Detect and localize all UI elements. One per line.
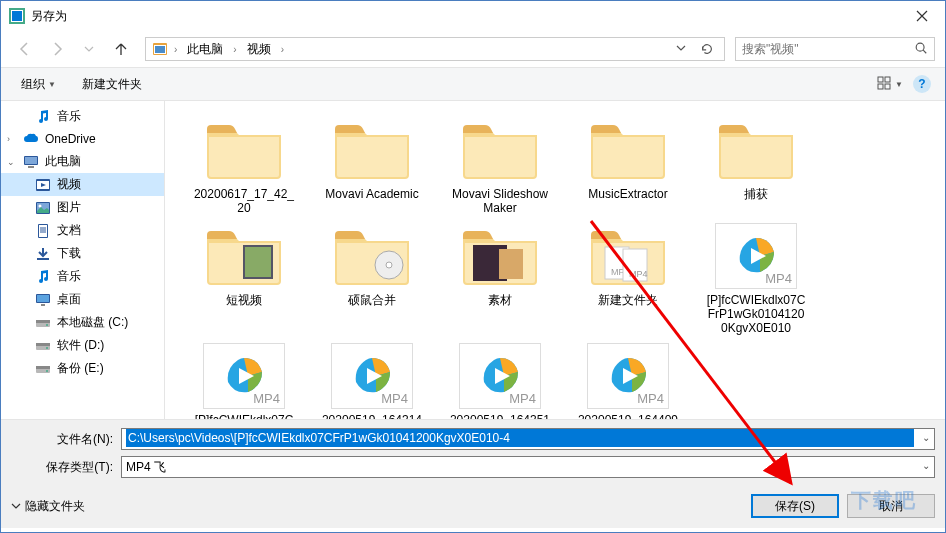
search-input[interactable]	[742, 42, 914, 56]
toolbar: 组织▼ 新建文件夹 ▼ ?	[1, 67, 945, 101]
file-item[interactable]: Movavi Slideshow Maker	[445, 113, 555, 219]
sidebar-label: 备份 (E:)	[57, 360, 104, 377]
chevron-down-icon	[11, 501, 21, 511]
svg-point-6	[916, 43, 924, 51]
svg-rect-24	[41, 304, 45, 306]
sidebar-item-disk[interactable]: 备份 (E:)	[1, 357, 164, 380]
file-item[interactable]: MP420200519_164351	[445, 339, 555, 419]
file-pane[interactable]: 20200617_17_42_20Movavi AcademicMovavi S…	[165, 101, 945, 419]
search-icon	[914, 41, 928, 58]
file-item[interactable]: MusicExtractor	[573, 113, 683, 219]
file-item[interactable]: 捕获	[701, 113, 811, 219]
sidebar-label: 下载	[57, 245, 81, 262]
file-item[interactable]: 素材	[445, 219, 555, 339]
svg-point-27	[46, 324, 48, 326]
svg-rect-39	[499, 249, 523, 279]
sidebar-label: 文档	[57, 222, 81, 239]
address-bar[interactable]: › 此电脑 › 视频 ›	[145, 37, 725, 61]
file-label: 短视频	[226, 293, 262, 307]
file-item[interactable]: 20200617_17_42_20	[189, 113, 299, 219]
sidebar-item-downloads[interactable]: 下载	[1, 242, 164, 265]
file-label: MusicExtractor	[588, 187, 667, 201]
file-item[interactable]: MP420200519_164409	[573, 339, 683, 419]
sidebar-label: 视频	[57, 176, 81, 193]
svg-rect-32	[36, 366, 50, 369]
close-button[interactable]	[899, 1, 945, 31]
file-item[interactable]: MP4[P]fcCWIEkdlx07CFrP1wGk01041200KgvX0E…	[189, 339, 299, 419]
svg-rect-35	[245, 247, 271, 277]
svg-rect-20	[39, 225, 47, 237]
crumb-videos[interactable]: 视频	[243, 39, 275, 60]
file-item[interactable]: Movavi Academic	[317, 113, 427, 219]
sidebar-label: 软件 (D:)	[57, 337, 104, 354]
crumb-sep: ›	[174, 44, 177, 55]
svg-rect-26	[36, 320, 50, 323]
sidebar-label: 音乐	[57, 108, 81, 125]
svg-rect-5	[155, 46, 165, 53]
sidebar-item-video[interactable]: 视频	[1, 173, 164, 196]
file-label: 捕获	[744, 187, 768, 201]
svg-rect-13	[28, 166, 34, 168]
sidebar-item-pictures[interactable]: 图片	[1, 196, 164, 219]
file-label: Movavi Academic	[325, 187, 418, 201]
sidebar-label: 音乐	[57, 268, 81, 285]
crumb-pc[interactable]: 此电脑	[183, 39, 227, 60]
save-button[interactable]: 保存(S)	[751, 494, 839, 518]
svg-point-30	[46, 347, 48, 349]
sidebar-item-pc[interactable]: ⌄此电脑	[1, 150, 164, 173]
file-label: Movavi Slideshow Maker	[449, 187, 551, 215]
svg-rect-8	[885, 77, 890, 82]
new-folder-button[interactable]: 新建文件夹	[72, 72, 152, 97]
view-button[interactable]: ▼	[877, 71, 903, 97]
file-label: 20200519_164314	[322, 413, 422, 419]
chevron-down-icon[interactable]: ⌄	[922, 460, 930, 471]
sidebar-item-music[interactable]: 音乐	[1, 105, 164, 128]
sidebar-label: 此电脑	[45, 153, 81, 170]
svg-point-37	[386, 262, 392, 268]
file-label: 20200519_164409	[578, 413, 678, 419]
sidebar-item-onedrive[interactable]: ›OneDrive	[1, 128, 164, 150]
svg-rect-12	[25, 157, 37, 164]
address-dropdown[interactable]	[672, 42, 690, 56]
forward-button[interactable]	[43, 35, 71, 63]
search-box[interactable]	[735, 37, 935, 61]
sidebar-item-desktop[interactable]: 桌面	[1, 288, 164, 311]
sidebar-item-documents[interactable]: 文档	[1, 219, 164, 242]
cancel-button[interactable]: 取消	[847, 494, 935, 518]
sidebar-item-disk[interactable]: 本地磁盘 (C:)	[1, 311, 164, 334]
recent-dropdown[interactable]	[75, 35, 103, 63]
bottom-panel: 文件名(N): ⌄ 保存类型(T): MP4 飞 ⌄ 隐藏文件夹 保存(S) 取…	[1, 419, 945, 528]
sidebar-item-music[interactable]: 音乐	[1, 265, 164, 288]
filename-combo[interactable]: ⌄	[121, 428, 935, 450]
body: 音乐›OneDrive⌄此电脑视频图片文档下载音乐桌面本地磁盘 (C:)软件 (…	[1, 101, 945, 419]
file-item[interactable]: MP420200519_164314	[317, 339, 427, 419]
svg-rect-2	[12, 11, 22, 21]
file-label: 素材	[488, 293, 512, 307]
sidebar: 音乐›OneDrive⌄此电脑视频图片文档下载音乐桌面本地磁盘 (C:)软件 (…	[1, 101, 165, 419]
refresh-button[interactable]	[696, 38, 718, 60]
filetype-value: MP4 飞	[126, 459, 166, 476]
filetype-combo[interactable]: MP4 飞 ⌄	[121, 456, 935, 478]
video-folder-icon	[152, 41, 168, 57]
file-label: [P]fcCWIEkdlx07CFrP1wGk01041200KgvX0E010	[705, 293, 807, 335]
back-button[interactable]	[11, 35, 39, 63]
sidebar-label: 本地磁盘 (C:)	[57, 314, 128, 331]
file-label: 20200519_164351	[450, 413, 550, 419]
svg-text:MP4: MP4	[629, 269, 648, 279]
file-item[interactable]: MP4MP4新建文件夹	[573, 219, 683, 339]
filename-input[interactable]	[126, 429, 914, 447]
file-item[interactable]: MP4[P]fcCWIEkdlx07CFrP1wGk01041200KgvX0E…	[701, 219, 811, 339]
navbar: › 此电脑 › 视频 ›	[1, 31, 945, 67]
svg-rect-29	[36, 343, 50, 346]
sidebar-item-disk[interactable]: 软件 (D:)	[1, 334, 164, 357]
chevron-down-icon[interactable]: ⌄	[922, 432, 930, 443]
file-item[interactable]: 短视频	[189, 219, 299, 339]
filetype-label: 保存类型(T):	[11, 459, 121, 476]
organize-button[interactable]: 组织▼	[11, 72, 66, 97]
window-title: 另存为	[31, 8, 899, 25]
sidebar-label: 桌面	[57, 291, 81, 308]
up-button[interactable]	[107, 35, 135, 63]
help-button[interactable]: ?	[909, 71, 935, 97]
hide-folders-button[interactable]: 隐藏文件夹	[11, 498, 85, 515]
file-item[interactable]: 硕鼠合并	[317, 219, 427, 339]
